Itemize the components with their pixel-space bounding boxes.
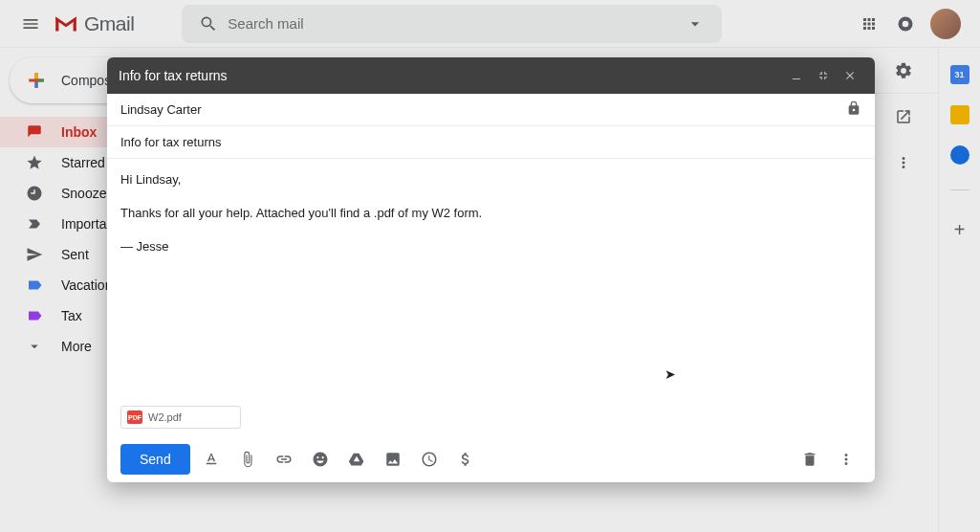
calendar-addon-icon[interactable]: 31 — [950, 65, 969, 84]
attachment-chip[interactable]: PDF W2.pdf — [120, 406, 241, 429]
dialog-header: Info for tax returns — [107, 57, 875, 94]
search-box[interactable] — [182, 5, 722, 43]
divider — [950, 189, 969, 190]
search-input[interactable] — [228, 15, 676, 32]
keep-addon-icon[interactable] — [950, 105, 969, 124]
label-icon — [25, 277, 44, 294]
recipients-row[interactable]: Lindsay Carter — [107, 94, 875, 126]
sidebar-item-label: Starred — [61, 155, 105, 170]
compose-dialog: Info for tax returns Lindsay Carter Info… — [107, 57, 875, 482]
sidebar-item-label: More — [61, 339, 92, 354]
more-icon[interactable] — [894, 153, 913, 172]
body-text: Thanks for all your help. Attached you'l… — [120, 204, 861, 224]
add-addon-icon[interactable]: + — [954, 219, 966, 241]
gear-icon[interactable] — [894, 61, 913, 80]
important-icon — [25, 215, 44, 233]
drive-icon[interactable] — [341, 444, 372, 475]
avatar[interactable] — [930, 9, 961, 39]
recipient-chip: Lindsay Carter — [120, 102, 202, 117]
search-icon[interactable] — [189, 14, 228, 33]
sidebar-item-label: Tax — [61, 308, 82, 323]
star-icon — [25, 154, 44, 171]
header-right — [858, 9, 972, 39]
lock-icon[interactable] — [846, 100, 861, 119]
right-panel: 31 + — [938, 48, 980, 532]
label-icon — [25, 307, 44, 324]
open-new-icon[interactable] — [894, 107, 913, 126]
logo-text: Gmail — [84, 12, 134, 35]
body-greeting: Hi Lindsay, — [120, 170, 861, 190]
gmail-logo[interactable]: Gmail — [54, 12, 134, 35]
fullscreen-exit-icon[interactable] — [810, 62, 837, 89]
image-icon[interactable] — [378, 444, 408, 475]
search-options-icon[interactable] — [676, 14, 714, 33]
svg-point-1 — [903, 20, 909, 27]
trash-icon[interactable] — [795, 444, 825, 475]
body-signature: — Jesse — [120, 237, 861, 257]
sidebar-item-label: Inbox — [61, 124, 97, 140]
expand-icon — [25, 338, 44, 355]
close-icon[interactable] — [837, 62, 863, 89]
apps-icon[interactable] — [858, 12, 881, 35]
formatting-icon[interactable] — [196, 444, 227, 475]
attachment-name: W2.pdf — [148, 411, 182, 423]
inbox-icon — [25, 123, 44, 141]
pdf-icon: PDF — [127, 410, 142, 424]
main-header: Gmail — [0, 0, 980, 48]
subject-text: Info for tax returns — [120, 135, 222, 149]
confidential-icon[interactable] — [414, 444, 445, 475]
sidebar-item-label: Vacation — [61, 277, 112, 293]
sidebar-item-label: Sent — [61, 247, 89, 262]
send-button[interactable]: Send — [120, 444, 190, 475]
menu-icon[interactable] — [8, 1, 54, 47]
emoji-icon[interactable] — [305, 444, 336, 475]
sent-icon — [25, 246, 44, 263]
clock-icon — [25, 185, 44, 202]
message-body[interactable]: Hi Lindsay, Thanks for all your help. At… — [107, 159, 875, 406]
link-icon[interactable] — [269, 444, 299, 475]
dialog-title: Info for tax returns — [119, 68, 228, 83]
dialog-footer: Send — [107, 436, 875, 482]
plus-icon — [23, 67, 50, 94]
notifications-icon[interactable] — [894, 12, 917, 35]
subject-row[interactable]: Info for tax returns — [107, 126, 875, 159]
money-icon[interactable] — [450, 444, 481, 475]
more-options-icon[interactable] — [831, 444, 861, 475]
minimize-icon[interactable] — [783, 62, 810, 89]
sidebar-item-label: Snoozed — [61, 186, 114, 201]
tasks-addon-icon[interactable] — [950, 145, 969, 165]
attach-icon[interactable] — [232, 444, 263, 475]
